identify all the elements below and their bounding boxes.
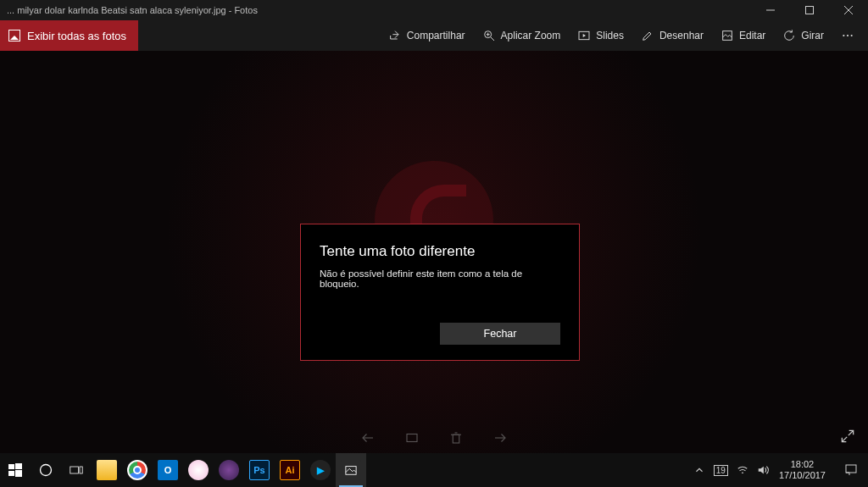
taskbar-app-explorer[interactable] <box>92 453 122 487</box>
tray-chevron-icon <box>693 464 705 476</box>
slideshow-icon <box>577 29 591 42</box>
slides-label: Slides <box>596 30 624 42</box>
rotate-icon <box>782 29 796 42</box>
collection-button[interactable] <box>402 428 422 448</box>
next-button[interactable] <box>490 428 510 448</box>
delete-button[interactable] <box>446 428 466 448</box>
more-icon <box>841 29 854 42</box>
titlebar: ... milyar dolar karlnda Beatsi satn ala… <box>0 0 868 20</box>
error-dialog: Tente uma foto diferente Não é possível … <box>300 224 580 361</box>
svg-point-12 <box>847 35 849 36</box>
taskbar: O Ps Ai ▶ 19 18:02 17/10/2017 <box>0 453 868 487</box>
taskbar-app-photoshop[interactable]: Ps <box>244 453 275 487</box>
rotate-button[interactable]: Girar <box>774 20 832 51</box>
svg-line-21 <box>842 437 847 442</box>
image-viewport: beatsaudio Tente uma foto diferente Não … <box>0 51 868 453</box>
edit-label: Editar <box>739 30 765 42</box>
rotate-label: Girar <box>801 30 824 42</box>
show-all-label: Exibir todas as fotos <box>27 30 126 42</box>
minimize-button[interactable] <box>751 0 790 20</box>
cortana-button[interactable] <box>31 453 61 487</box>
more-button[interactable] <box>832 20 863 51</box>
start-button[interactable] <box>0 453 31 487</box>
taskbar-app-groove[interactable]: ▶ <box>305 453 336 487</box>
dialog-message: Não é possível definir este item como a … <box>320 268 560 289</box>
slideshow-button[interactable]: Slides <box>569 20 632 51</box>
action-center-button[interactable] <box>836 453 866 487</box>
taskbar-app-itunes[interactable] <box>183 453 214 487</box>
svg-line-5 <box>491 37 494 41</box>
taskview-button[interactable] <box>61 453 92 487</box>
svg-rect-31 <box>846 465 856 473</box>
window-title: ... milyar dolar karlnda Beatsi satn ala… <box>7 5 751 15</box>
itunes-icon <box>188 460 209 480</box>
photoshop-icon: Ps <box>249 460 270 480</box>
edit-button[interactable]: Editar <box>712 20 774 51</box>
svg-rect-15 <box>407 434 417 442</box>
dialog-close-button[interactable]: Fechar <box>440 323 560 345</box>
maximize-button[interactable] <box>790 0 829 20</box>
clock-time: 18:02 <box>779 459 826 470</box>
share-icon <box>388 29 402 42</box>
image-controls <box>358 428 510 448</box>
groove-icon: ▶ <box>310 460 331 480</box>
prev-button[interactable] <box>358 428 378 448</box>
zoom-icon <box>482 29 496 42</box>
share-button[interactable]: Compartilhar <box>380 20 474 51</box>
battery-percent: 19 <box>714 465 728 476</box>
close-button[interactable] <box>829 0 868 20</box>
taskbar-clock[interactable]: 18:02 17/10/2017 <box>772 459 832 481</box>
volume-icon <box>757 464 769 476</box>
show-all-photos-button[interactable]: Exibir todas as fotos <box>0 20 138 51</box>
edit-icon <box>721 29 734 42</box>
svg-point-11 <box>843 35 844 36</box>
chrome-icon <box>127 460 147 480</box>
svg-rect-25 <box>15 470 22 477</box>
app-toolbar: Exibir todas as fotos Compartilhar Aplic… <box>0 20 868 51</box>
tor-icon <box>219 460 239 480</box>
wifi-icon <box>737 464 748 476</box>
outlook-icon: O <box>158 460 178 480</box>
zoom-label: Aplicar Zoom <box>501 30 561 42</box>
draw-button[interactable]: Desenhar <box>632 20 712 51</box>
draw-icon <box>641 29 654 42</box>
clock-date: 17/10/2017 <box>779 470 826 481</box>
svg-line-20 <box>849 430 854 435</box>
taskbar-app-tor[interactable] <box>214 453 244 487</box>
svg-rect-24 <box>8 471 14 476</box>
svg-marker-9 <box>583 34 586 37</box>
zoom-button[interactable]: Aplicar Zoom <box>474 20 570 51</box>
taskbar-app-illustrator[interactable]: Ai <box>275 453 305 487</box>
taskbar-app-photos[interactable] <box>336 453 366 487</box>
system-tray[interactable]: 19 <box>693 464 769 476</box>
taskbar-app-outlook[interactable]: O <box>153 453 183 487</box>
share-label: Compartilhar <box>407 30 465 42</box>
svg-rect-16 <box>453 434 459 443</box>
illustrator-icon: Ai <box>280 460 300 480</box>
svg-rect-22 <box>8 464 14 469</box>
dialog-title: Tente uma foto diferente <box>320 243 560 260</box>
svg-rect-28 <box>80 467 82 473</box>
photos-icon <box>341 460 361 480</box>
svg-rect-27 <box>70 467 79 473</box>
svg-marker-30 <box>759 467 764 474</box>
explorer-icon <box>97 460 117 480</box>
photo-icon <box>8 30 20 42</box>
svg-point-13 <box>851 35 853 36</box>
fullscreen-button[interactable] <box>839 428 856 445</box>
draw-label: Desenhar <box>659 30 704 42</box>
taskbar-app-chrome[interactable] <box>122 453 153 487</box>
svg-rect-1 <box>806 7 814 14</box>
svg-point-26 <box>41 465 52 476</box>
svg-rect-23 <box>15 463 22 469</box>
